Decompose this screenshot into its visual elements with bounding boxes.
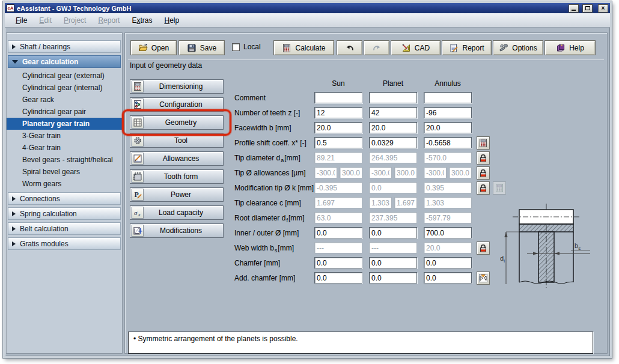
add-chamfer-sun-input[interactable] — [314, 272, 362, 284]
section-label: Shaft / bearings — [20, 43, 70, 51]
sidebar-item-4-gear-train[interactable]: 4-Gear train — [7, 142, 122, 154]
facewidth-planet-input[interactable] — [369, 122, 417, 133]
inner-outer-diameter-planet-input[interactable] — [369, 227, 417, 238]
sidebar-item-cylindrical-gear-external[interactable]: Cylindrical gear (external) — [7, 70, 122, 82]
section-label: Spring calculation — [20, 210, 77, 218]
nav-tool-button[interactable]: Tool — [130, 133, 224, 148]
sidebar-section-spring-calculation[interactable]: Spring calculation — [8, 207, 121, 220]
help-button[interactable]: Help — [544, 40, 596, 55]
label-modification-tip: Modification tip Ø k [mm] — [234, 182, 314, 194]
add-chamfer-annulus-input[interactable] — [424, 272, 472, 284]
maximize-button[interactable] — [582, 4, 593, 13]
lock-icon — [478, 243, 488, 253]
chamfer-annulus-input[interactable] — [424, 257, 472, 268]
options-button[interactable]: Options — [493, 40, 543, 55]
section-label: Gear calculation — [22, 58, 78, 66]
number-of-teeth-sun-input[interactable] — [314, 107, 362, 118]
cad-icon — [401, 43, 411, 53]
nav-allowances-button[interactable]: Allowances — [130, 151, 224, 166]
status-message: • Symmetric arrangement of the planets i… — [133, 335, 298, 343]
folder-open-icon — [138, 43, 148, 53]
nav-dimensioning-button[interactable]: Dimensioning — [130, 79, 224, 94]
undo-button[interactable] — [337, 40, 362, 55]
inner-outer-diameter-sun-input[interactable] — [314, 227, 362, 238]
web-width-annulus-input — [424, 242, 472, 253]
gear-cross-section-diagram: di bs — [499, 199, 607, 293]
minimize-button[interactable] — [569, 4, 579, 13]
expand-icon — [12, 211, 16, 216]
local-checkbox[interactable] — [232, 43, 240, 51]
modification-tip-planet-input — [369, 182, 417, 193]
sidebar-item-3-gear-train[interactable]: 3-Gear train — [7, 130, 122, 142]
open-button[interactable]: Open — [130, 40, 177, 55]
allowances-icon — [132, 153, 144, 165]
profile-shift-coeff-sun-input[interactable] — [314, 137, 362, 148]
app-window: eA eAssistant - GWJ Technology GmbH × Fi… — [3, 1, 612, 358]
lock-icon-button-tip-diameter-allowances[interactable] — [477, 166, 490, 180]
menu-file[interactable]: File — [10, 15, 33, 26]
label-tip-clearance: Tip clearance c [mm] — [234, 197, 301, 209]
nav-load-capacity-button[interactable]: σxLoad capacity — [130, 205, 224, 220]
comment-annulus-input[interactable] — [424, 92, 472, 103]
comment-planet-input[interactable] — [369, 92, 417, 103]
calculator-icon-button-profile-shift-coeff[interactable] — [477, 136, 490, 150]
sidebar-item-worm-gears[interactable]: Worm gears — [7, 178, 122, 190]
expand-icon — [12, 241, 16, 246]
sidebar-section-gratis-modules[interactable]: Gratis modules — [8, 237, 121, 250]
sidebar-item-cylindrical-gear-pair[interactable]: Cylindrical gear pair — [7, 106, 122, 118]
close-button[interactable]: × — [598, 4, 608, 13]
facewidth-sun-input[interactable] — [314, 122, 362, 133]
sidebar-section-belt-calculation[interactable]: Belt calculation — [8, 222, 121, 235]
diagram-bs-label: bs — [575, 242, 581, 251]
menu-report: Report — [92, 15, 126, 26]
sidebar-item-planetary-gear-train[interactable]: Planetary gear train — [7, 118, 122, 130]
title-bar[interactable]: eA eAssistant - GWJ Technology GmbH × — [5, 3, 610, 13]
chamfer-planet-input[interactable] — [369, 257, 417, 268]
sidebar-item-spiral-bevel-gears[interactable]: Spiral bevel gears — [7, 166, 122, 178]
calculate-button[interactable]: Calculate — [273, 40, 334, 55]
help-book-icon — [556, 43, 566, 53]
sidebar-item-cylindrical-gear-internal[interactable]: Cylindrical gear (internal) — [7, 82, 122, 94]
tip-clearance-annulus-input — [424, 197, 472, 208]
menu-bar: FileEditProjectReportExtrasHelp — [5, 13, 610, 28]
number-of-teeth-planet-input[interactable] — [369, 107, 417, 118]
menu-extras[interactable]: Extras — [126, 15, 158, 26]
label-facewidth: Facewidth b [mm] — [234, 122, 291, 134]
root-diameter-sun-input — [314, 212, 362, 223]
facewidth-annulus-input[interactable] — [424, 122, 472, 133]
cad-button[interactable]: CAD — [391, 40, 441, 55]
lock-icon — [478, 168, 488, 178]
report-button[interactable]: Report — [442, 40, 492, 55]
number-of-teeth-annulus-input[interactable] — [424, 107, 472, 118]
svg-text:σ: σ — [134, 209, 138, 216]
tooth-form-icon — [132, 171, 144, 183]
lock-icon-button-tip-diameter[interactable] — [477, 151, 490, 165]
sidebar-section-shaft-bearings[interactable]: Shaft / bearings — [8, 40, 121, 53]
add-chamfer-planet-input[interactable] — [369, 272, 417, 284]
expand-icon — [12, 196, 16, 201]
sidebar-section-connections[interactable]: Connections — [8, 192, 121, 205]
nav-modifications-button[interactable]: Modifications — [130, 223, 224, 238]
profile-shift-coeff-annulus-input[interactable] — [424, 137, 472, 148]
nav-geometry-button[interactable]: Geometry — [130, 115, 224, 130]
column-header-annulus: Annulus — [424, 79, 472, 88]
lock-icon-button-modification-tip[interactable] — [477, 181, 490, 195]
menu-help[interactable]: Help — [158, 15, 185, 26]
undo-icon — [345, 43, 355, 53]
profile-shift-coeff-planet-input[interactable] — [369, 137, 417, 148]
chamfer-icon-button-add-chamfer[interactable] — [477, 271, 490, 285]
nav-tooth-form-button[interactable]: Tooth form — [130, 169, 224, 184]
sidebar-item-bevel-gears-straight-helical[interactable]: Bevel gears - straight/helical — [7, 154, 122, 166]
inner-outer-diameter-annulus-input[interactable] — [424, 227, 472, 238]
comment-sun-input[interactable] — [314, 92, 362, 103]
sidebar-item-gear-rack[interactable]: Gear rack — [7, 94, 122, 106]
nav-configuration-button[interactable]: Configuration — [130, 97, 224, 112]
sidebar-section-gear-calculation[interactable]: Gear calculation — [8, 55, 121, 68]
chamfer-sun-input[interactable] — [314, 257, 362, 268]
nav-power-button[interactable]: PPower — [130, 187, 224, 202]
lock-icon-button-web-width[interactable] — [477, 241, 490, 255]
options-icon — [499, 43, 508, 53]
label-tip-diameter-allowances: Tip Ø allowances [µm] — [234, 167, 306, 179]
save-button[interactable]: Save — [178, 40, 225, 55]
root-diameter-annulus-input — [424, 212, 472, 223]
